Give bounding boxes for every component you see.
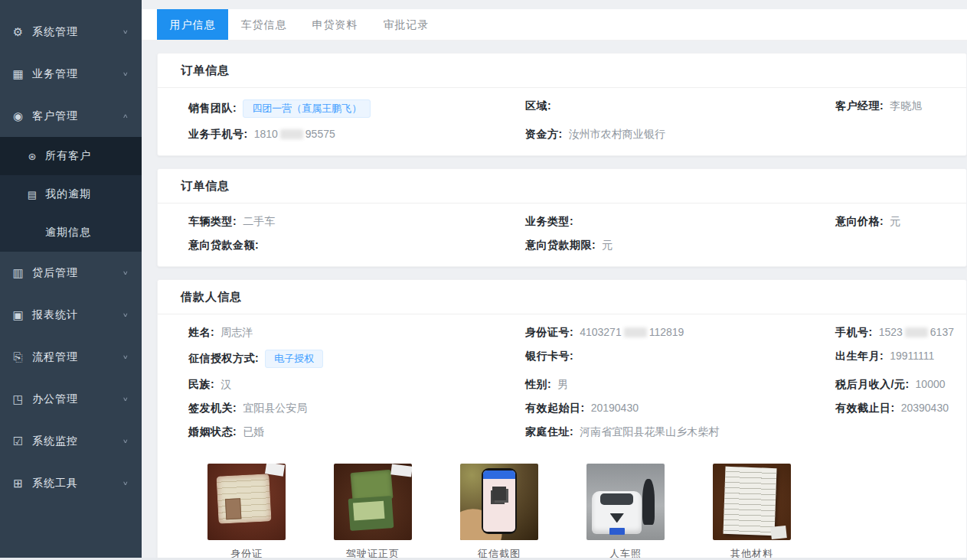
sidebar-item-label: 报表统计 (32, 308, 123, 322)
sidebar-subitem-overdue-info[interactable]: 逾期信息 (0, 213, 142, 252)
field-grid: 销售团队:四团一营（直属王鹏飞）区域:客户经理:李晓旭业务手机号:1810955… (158, 88, 966, 155)
field: 区域: (525, 99, 835, 118)
wheel-icon: ⊛ (26, 151, 39, 162)
field: 业务类型: (525, 215, 835, 229)
field: 征信授权方式:电子授权 (188, 350, 525, 368)
sidebar-item-customer-mgmt[interactable]: ◉客户管理∧ (0, 95, 142, 137)
sidebar-item-system-monitor[interactable]: ☑系统监控∨ (0, 420, 142, 462)
blur-redaction (624, 327, 647, 337)
field: 签发机关:宜阳县公安局 (188, 402, 525, 415)
sidebar-item-system-mgmt[interactable]: ⚙系统管理∨ (0, 11, 142, 53)
tab-loan-application-docs[interactable]: 申贷资料 (299, 9, 371, 40)
person-with-car-photo[interactable] (586, 464, 665, 540)
field-value: 元 (602, 239, 613, 251)
field-value: 元 (890, 215, 900, 227)
card-title: 借款人信息 (158, 280, 966, 314)
field: 资金方:汝州市农村商业银行 (525, 128, 835, 142)
sidebar-item-label: 系统管理 (32, 25, 123, 39)
field-label: 意向价格: (835, 215, 884, 227)
masked-suffix: 95575 (305, 128, 335, 140)
field-label: 家庭住址: (525, 425, 573, 438)
masked-value: 181095575 (254, 128, 335, 140)
sidebar-item-process-mgmt[interactable]: ⎘流程管理∨ (0, 336, 142, 378)
field-value: 河南省宜阳县花果山乡木柴村 (580, 425, 719, 438)
chevron-down-icon: ∨ (122, 396, 128, 402)
field-label: 业务类型: (525, 215, 573, 227)
blur-redaction (280, 129, 303, 139)
field: 出生年月:19911111 (835, 350, 960, 368)
sidebar-item-label: 流程管理 (32, 350, 123, 364)
chevron-down-icon: ∨ (122, 28, 128, 34)
sidebar-subitem-all-customers[interactable]: ⊛所有客户 (0, 137, 142, 175)
sidebar-item-office-mgmt[interactable]: ◳办公管理∨ (0, 378, 142, 420)
field: 业务手机号:181095575 (188, 128, 525, 142)
tab-user-info[interactable]: 用户信息 (157, 9, 228, 40)
field-value: 宜阳县公安局 (243, 402, 307, 414)
app-window: ⚙系统管理∨▦业务管理∨◉客户管理∧⊛所有客户▤我的逾期逾期信息▥贷后管理∨▣报… (0, 0, 967, 560)
sidebar-item-business-mgmt[interactable]: ▦业务管理∨ (0, 53, 142, 95)
monitor-icon: ▣ (11, 308, 25, 322)
field-grid: 姓名:周志洋身份证号:4103271112819手机号:15236137征信授权… (158, 314, 966, 453)
other-document-photo[interactable] (713, 464, 791, 540)
sidebar-subitem-label: 所有客户 (45, 149, 91, 163)
card-order-info-2: 订单信息车辆类型:二手车业务类型:意向价格:元意向贷款金额:意向贷款期限:元 (157, 168, 967, 267)
sidebar-item-report-stats[interactable]: ▣报表统计∨ (0, 294, 142, 336)
chevron-down-icon: ∨ (122, 311, 128, 317)
field: 姓名:周志洋 (188, 326, 525, 340)
id-card-photo[interactable] (207, 464, 286, 540)
sidebar-item-label: 业务管理 (32, 67, 123, 81)
sidebar-subitem-label: 逾期信息 (45, 226, 91, 239)
field-label: 民族: (188, 378, 214, 390)
sidebar-item-system-tools[interactable]: ⊞系统工具∨ (0, 462, 142, 504)
user-icon: ◉ (11, 109, 25, 123)
field-label: 客户经理: (835, 99, 884, 112)
sidebar-item-post-loan-mgmt[interactable]: ▥贷后管理∨ (0, 252, 142, 294)
field-label: 业务手机号: (188, 128, 248, 140)
field-label: 意向贷款金额: (188, 239, 259, 251)
masked-suffix: 6137 (930, 326, 954, 338)
photo-row: 身份证驾驶证正页征信截图人车照其他材料 (158, 453, 966, 560)
field-label: 资金方: (525, 128, 563, 140)
field: 意向贷款金额: (188, 239, 525, 252)
gear-icon: ⚙ (11, 25, 25, 39)
top-gap (142, 0, 967, 9)
drivers-license-photo[interactable] (334, 464, 412, 540)
field: 银行卡号: (525, 350, 835, 368)
tab-approval-records[interactable]: 审批记录 (371, 9, 442, 40)
masked-suffix: 112819 (649, 326, 684, 338)
field-label: 征信授权方式: (188, 352, 259, 364)
masked-prefix: 1810 (254, 128, 278, 140)
photo-item: 身份证 (207, 464, 286, 560)
sidebar-item-label: 客户管理 (32, 109, 123, 123)
field-label: 销售团队: (188, 102, 237, 114)
field-label: 姓名: (188, 326, 214, 338)
submenu-customer-mgmt: ⊛所有客户▤我的逾期逾期信息 (0, 137, 142, 252)
main-content: 用户信息车贷信息申贷资料审批记录 订单信息销售团队:四团一营（直属王鹏飞）区域:… (142, 0, 967, 560)
tag-value[interactable]: 电子授权 (265, 350, 323, 368)
sidebar-subitem-my-overdue[interactable]: ▤我的逾期 (0, 175, 142, 213)
photo-item: 征信截图 (460, 464, 538, 560)
field: 车辆类型:二手车 (188, 215, 525, 229)
sidebar-item-label: 办公管理 (32, 392, 123, 406)
field-value: 周志洋 (221, 326, 253, 338)
field: 有效截止日:20390430 (835, 402, 960, 415)
monitor-check-icon: ☑ (11, 435, 25, 448)
sidebar-item-label: 系统工具 (32, 477, 123, 490)
tag-value[interactable]: 四团一营（直属王鹏飞） (243, 99, 371, 118)
card-order-info-1: 订单信息销售团队:四团一营（直属王鹏飞）区域:客户经理:李晓旭业务手机号:181… (157, 53, 967, 156)
detail-content: 订单信息销售团队:四团一营（直属王鹏飞）区域:客户经理:李晓旭业务手机号:181… (142, 41, 967, 560)
field (835, 425, 960, 439)
field: 手机号:15236137 (835, 326, 960, 340)
field: 意向贷款期限:元 (525, 239, 835, 252)
square-in-square-icon: ◳ (11, 392, 25, 406)
tab-car-loan-info[interactable]: 车贷信息 (228, 9, 299, 40)
tab-bar: 用户信息车贷信息申贷资料审批记录 (142, 9, 967, 41)
credit-screenshot-photo[interactable] (460, 464, 538, 540)
card-title: 订单信息 (158, 169, 966, 203)
chevron-down-icon: ∨ (122, 353, 128, 360)
field-label: 银行卡号: (525, 350, 573, 362)
field-label: 税后月收入/元: (835, 378, 910, 390)
field-label: 出生年月: (835, 350, 884, 362)
field-value: 20190430 (591, 402, 639, 414)
field-value: 男 (557, 378, 568, 390)
